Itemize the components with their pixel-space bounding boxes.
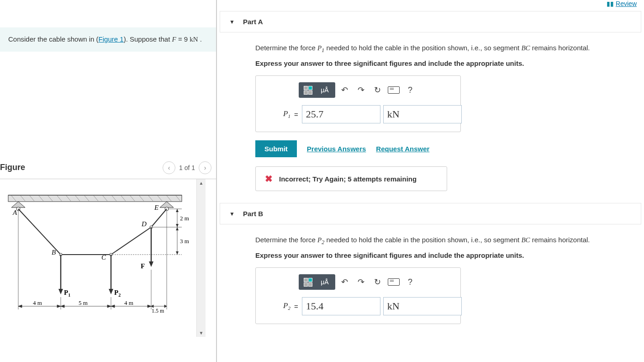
part-b-instruction: Determine the force P2 needed to hold th… — [255, 234, 623, 247]
figure-prev-button[interactable]: ‹ — [163, 161, 175, 174]
figure-title: Figure — [0, 163, 25, 172]
incorrect-icon: ✖ — [265, 173, 273, 184]
redo-icon[interactable]: ↷ — [354, 83, 368, 97]
part-b-title: Part B — [243, 210, 263, 218]
svg-text:F: F — [141, 262, 145, 270]
help-icon[interactable]: ? — [403, 275, 417, 289]
figure-section: Figure ‹ 1 of 1 › — [0, 161, 216, 337]
template-icon[interactable] — [301, 276, 315, 288]
units-format-button[interactable]: μÅ — [316, 276, 333, 288]
svg-marker-44 — [18, 305, 22, 308]
part-b-value-input[interactable] — [302, 297, 380, 315]
equals-sign: = — [294, 111, 298, 118]
svg-text:C: C — [101, 254, 106, 261]
svg-text:2 m: 2 m — [180, 215, 189, 222]
svg-text:4 m: 4 m — [124, 299, 133, 306]
svg-text:A: A — [12, 209, 17, 216]
part-a-answer-box: μÅ ↶ ↷ ↻ ? P1 = — [255, 75, 461, 132]
svg-line-27 — [111, 227, 151, 255]
right-panel: ▮▮ Review ▼ Part A Determine the force P… — [217, 0, 644, 362]
help-icon[interactable]: ? — [403, 83, 417, 97]
part-a-header[interactable]: ▼ Part A — [220, 11, 641, 32]
part-a-request-answer-link[interactable]: Request Answer — [376, 145, 429, 153]
template-icon[interactable] — [301, 84, 315, 96]
caret-down-icon: ▼ — [229, 19, 235, 25]
svg-text:P1: P1 — [64, 289, 70, 298]
keyboard-icon[interactable] — [386, 83, 401, 97]
part-a-var-label: P1 — [283, 109, 290, 119]
units-format-button[interactable]: μÅ — [316, 84, 333, 96]
svg-text:3 m: 3 m — [180, 238, 189, 245]
part-b-answer-box: μÅ ↶ ↷ ↻ ? P2 = — [255, 267, 461, 324]
review-icon: ▮▮ — [607, 0, 614, 7]
svg-marker-48 — [107, 305, 111, 308]
figure-diagram: A E D B C F P1 P2 4 m 5 m 4 m 1.5 m 2 m … — [0, 179, 196, 337]
problem-statement: Consider the cable shown in (Figure 1). … — [0, 27, 216, 52]
answer-toolbar: μÅ ↶ ↷ ↻ ? — [283, 82, 433, 98]
caret-down-icon: ▼ — [229, 211, 235, 217]
svg-text:E: E — [154, 204, 158, 211]
part-a-submit-button[interactable]: Submit — [255, 140, 297, 157]
svg-text:B: B — [52, 249, 56, 256]
figure-next-button[interactable]: › — [199, 161, 211, 174]
svg-marker-59 — [176, 209, 179, 212]
svg-text:D: D — [141, 220, 147, 228]
part-a-value-input[interactable] — [302, 105, 380, 123]
redo-icon[interactable]: ↷ — [354, 275, 368, 289]
part-a-body: Determine the force P1 needed to hold th… — [220, 32, 641, 200]
svg-marker-47 — [61, 305, 64, 308]
svg-marker-50 — [111, 305, 115, 308]
part-a-instruction: Determine the force P1 needed to hold th… — [255, 43, 623, 55]
part-a-title: Part A — [243, 18, 263, 26]
equals-sign: = — [294, 303, 298, 310]
svg-line-25 — [18, 209, 61, 255]
undo-icon[interactable]: ↶ — [337, 275, 352, 289]
svg-text:5 m: 5 m — [79, 299, 88, 306]
review-link[interactable]: Review — [616, 0, 637, 7]
svg-text:P2: P2 — [114, 289, 121, 298]
answer-toolbar-b: μÅ ↶ ↷ ↻ ? — [283, 274, 433, 290]
svg-text:4 m: 4 m — [33, 299, 42, 306]
svg-marker-60 — [176, 224, 179, 227]
svg-marker-54 — [164, 305, 167, 308]
svg-marker-22 — [160, 202, 174, 208]
figure-counter: 1 of 1 — [179, 164, 195, 171]
part-a-feedback: ✖ Incorrect; Try Again; 5 attempts remai… — [255, 166, 447, 191]
part-a-unit-input[interactable] — [383, 105, 462, 123]
part-a-previous-answers-link[interactable]: Previous Answers — [307, 145, 366, 153]
figure-scrollbar[interactable]: ▲ ▼ — [196, 179, 206, 337]
undo-icon[interactable]: ↶ — [337, 83, 352, 97]
svg-marker-63 — [176, 251, 179, 255]
part-b-var-label: P2 — [283, 301, 290, 311]
part-a-format-instr: Express your answer to three significant… — [255, 59, 623, 67]
figure-link[interactable]: Figure 1 — [99, 35, 124, 43]
reset-icon[interactable]: ↻ — [370, 275, 385, 289]
svg-marker-21 — [11, 202, 25, 208]
svg-marker-51 — [148, 305, 151, 308]
svg-marker-37 — [149, 261, 153, 267]
part-b-unit-input[interactable] — [383, 297, 462, 315]
svg-marker-45 — [57, 305, 61, 308]
svg-marker-62 — [176, 227, 179, 230]
scroll-down-icon[interactable]: ▼ — [198, 329, 205, 337]
svg-marker-33 — [58, 289, 63, 294]
left-panel: Consider the cable shown in (Figure 1). … — [0, 0, 217, 362]
svg-line-28 — [151, 209, 167, 227]
feedback-text: Incorrect; Try Again; 5 attempts remaini… — [279, 175, 417, 183]
part-b-format-instr: Express your answer to three significant… — [255, 251, 623, 259]
scroll-up-icon[interactable]: ▲ — [198, 179, 205, 187]
svg-rect-0 — [8, 195, 182, 202]
svg-text:1.5 m: 1.5 m — [152, 308, 164, 314]
part-b-body: Determine the force P2 needed to hold th… — [220, 224, 641, 333]
keyboard-icon[interactable] — [386, 275, 401, 289]
svg-marker-35 — [109, 289, 113, 294]
reset-icon[interactable]: ↻ — [370, 83, 385, 97]
part-b-header[interactable]: ▼ Part B — [220, 203, 641, 224]
